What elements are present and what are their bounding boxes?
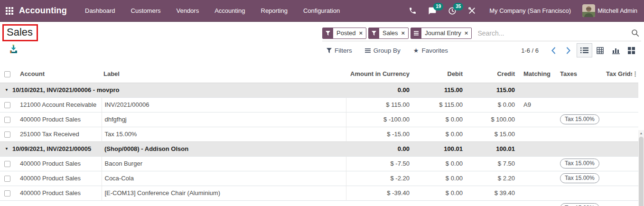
messages-icon[interactable]: 19 [428,7,437,15]
vertical-scrollbar[interactable]: ▲ [638,130,644,206]
row-checkbox[interactable] [4,131,10,138]
topbar-menu-accounting[interactable]: Accounting [215,7,245,14]
cell-label[interactable]: Coca-Cola [102,171,346,186]
group-caret-icon[interactable]: ▼ [5,147,12,151]
topbar-menu-customers[interactable]: Customers [131,7,161,14]
cell-amount-in-currency[interactable]: $ -15.00 [346,127,413,141]
favorites-button[interactable]: ★Favorites [413,47,448,54]
journal-item-row[interactable]: 121000 Account Receivable INV/2021/00006… [0,97,638,112]
cell-taxes[interactable] [554,97,600,112]
cell-taxes[interactable]: Tax 15.00% [554,112,600,127]
cell-tax-grids[interactable] [600,112,632,127]
facet-remove-icon[interactable]: × [401,30,405,36]
cell-credit[interactable]: $ 0.00 [467,97,519,112]
cell-debit[interactable]: $ 0.00 [413,186,467,200]
cell-matching[interactable] [519,112,554,127]
cell-label[interactable]: dhfgfhgj [102,112,346,127]
cell-taxes[interactable] [554,127,600,141]
cell-account[interactable]: 400000 Product Sales [18,171,102,186]
column-header-label[interactable]: Label [102,65,346,83]
group-by-button[interactable]: Group By [365,47,401,54]
pivot-view-button[interactable] [592,43,608,57]
journal-item-row[interactable]: 400000 Product Sales Bacon Burger $ -7.5… [0,156,638,171]
cell-tax-grids[interactable] [600,97,632,112]
phone-icon[interactable] [409,7,417,15]
cell-label[interactable]: Bacon Burger [102,156,346,171]
cell-debit[interactable]: $ 0.00 [413,156,467,171]
journal-item-row[interactable]: 400000 Product Sales dhfgfhgj $ -100.00 … [0,112,638,127]
optional-columns-icon[interactable]: ⋮ [632,65,638,83]
column-header-amount-in-currency[interactable]: Amount in Currency [346,65,413,83]
column-header-debit[interactable]: Debit [413,65,467,83]
cell-credit[interactable]: $ 39.40 [467,186,519,200]
activities-clock-icon[interactable]: 35 [448,7,457,15]
cell-account[interactable]: 121000 Account Receivable [18,97,102,112]
cell-account[interactable]: 400000 Product Sales [18,112,102,127]
column-header-account[interactable]: Account [18,65,102,83]
cell-amount-in-currency[interactable]: $ -39.40 [346,186,413,200]
topbar-menu-vendors[interactable]: Vendors [176,7,199,14]
cell-amount-in-currency[interactable]: $ -7.50 [346,156,413,171]
app-name[interactable]: Accounting [19,6,67,16]
topbar-menu-dashboard[interactable]: Dashboard [85,7,115,14]
cell-taxes[interactable] [554,186,600,200]
search-input[interactable] [474,29,631,37]
journal-item-row[interactable]: 400000 Product Sales [E-COM13] Conferenc… [0,186,638,200]
cell-tax-grids[interactable] [600,186,632,200]
list-view-button[interactable] [577,43,592,57]
search-icon[interactable] [631,29,639,37]
row-checkbox[interactable] [4,117,10,123]
group-row[interactable]: ▼ 10/09/2021, INV/2021/00005 (Shop/0008)… [0,141,638,156]
apps-grid-icon[interactable] [6,7,13,15]
cell-matching[interactable] [519,186,554,200]
column-header-matching[interactable]: Matching [519,65,554,83]
row-checkbox[interactable] [4,190,10,197]
journal-item-row-clipped[interactable]: Tax 15.00% [0,200,638,206]
group-caret-icon[interactable]: ▼ [5,88,12,92]
cell-debit[interactable]: $ 0.00 [413,127,467,141]
cell-account[interactable]: 251000 Tax Received [18,127,102,141]
pager-previous-icon[interactable] [549,46,558,55]
cell-label[interactable]: [E-COM13] Conference Chair (Aluminium) [102,186,346,200]
kanban-view-button[interactable] [624,43,639,57]
row-checkbox[interactable] [4,102,10,108]
cell-credit[interactable]: $ 7.50 [467,156,519,171]
graph-view-button[interactable] [608,43,624,57]
facet-remove-icon[interactable]: × [465,30,468,36]
cell-taxes[interactable]: Tax 15.00% [554,171,600,186]
cell-taxes[interactable]: Tax 15.00% [554,156,600,171]
cell-debit[interactable]: $ 0.00 [413,112,467,127]
company-switcher[interactable]: My Company (San Francisco) [489,7,571,14]
export-icon[interactable] [9,45,18,54]
cell-credit[interactable]: $ 15.00 [467,127,519,141]
cell-credit[interactable]: $ 100.00 [467,112,519,127]
row-checkbox[interactable] [4,161,10,167]
journal-item-row[interactable]: 400000 Product Sales Coca-Cola $ -2.20 $… [0,171,638,186]
cell-amount-in-currency[interactable]: $ -2.20 [346,171,413,186]
column-header-taxes[interactable]: Taxes [554,65,600,83]
group-row[interactable]: ▼ 10/10/2021, INV/2021/00006 - movpro 0.… [0,83,638,97]
cell-matching[interactable] [519,171,554,186]
cell-account[interactable]: 400000 Product Sales [18,186,102,200]
topbar-menu-configuration[interactable]: Configuration [303,7,340,14]
row-checkbox[interactable] [4,176,10,182]
cell-matching[interactable] [519,127,554,141]
cell-matching[interactable]: A9 [519,97,554,112]
cell-amount-in-currency[interactable]: $ -100.00 [346,112,413,127]
cell-account[interactable]: 400000 Product Sales [18,156,102,171]
debug-tools-icon[interactable] [468,7,476,15]
cell-amount-in-currency[interactable]: $ 115.00 [346,97,413,112]
pager-next-icon[interactable] [564,46,573,55]
cell-tax-grids[interactable] [600,156,632,171]
cell-label[interactable]: INV/2021/00006 [102,97,346,112]
journal-item-row[interactable]: 251000 Tax Received Tax 15.00% $ -15.00 … [0,127,638,141]
user-menu[interactable]: Mitchell Admin [582,4,637,17]
cell-credit[interactable]: $ 2.20 [467,171,519,186]
facet-remove-icon[interactable]: × [359,30,363,36]
cell-tax-grids[interactable] [600,127,632,141]
scrollbar-up-icon[interactable]: ▲ [638,130,644,136]
select-all-checkbox[interactable] [4,71,10,77]
topbar-menu-reporting[interactable]: Reporting [261,7,288,14]
cell-label[interactable]: Tax 15.00% [102,127,346,141]
filters-button[interactable]: Filters [327,47,352,54]
